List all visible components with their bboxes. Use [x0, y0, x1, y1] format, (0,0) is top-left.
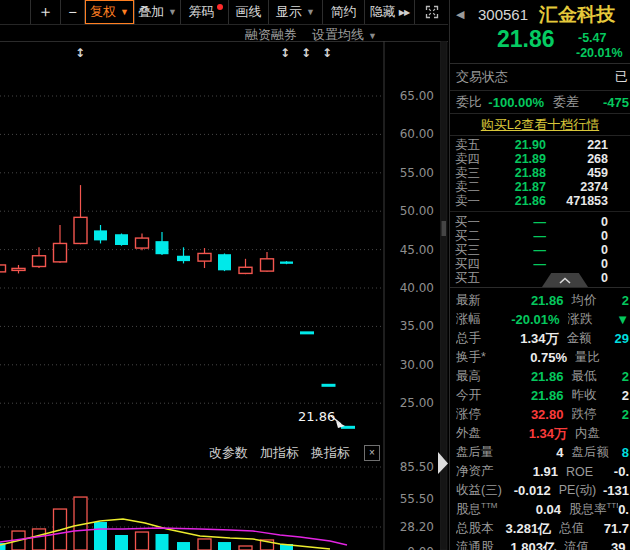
- bid-levels-wrap: 买一—0买二—0买三—0买四—0买五0: [450, 212, 630, 288]
- ask-label: 卖一: [455, 194, 485, 208]
- ask-label: 卖四: [455, 152, 485, 166]
- svg-text:85.50: 85.50: [400, 460, 434, 474]
- chips-button[interactable]: 筹码: [181, 0, 229, 24]
- stat-label: 收益(三): [456, 482, 502, 499]
- ma-settings-label: 设置均线: [312, 27, 364, 42]
- overlay-button-label: 叠加: [138, 3, 164, 21]
- stock-name: 汇金科技: [539, 2, 615, 28]
- back-chevron-icon[interactable]: ◀: [456, 8, 464, 21]
- overlay-button[interactable]: 叠加▼: [135, 0, 181, 24]
- draw-line-button[interactable]: 画线: [229, 0, 269, 24]
- svg-text:↕: ↕: [75, 46, 85, 60]
- price-change-percent: -20.01%: [576, 46, 623, 60]
- ask-volume: 2374: [546, 180, 608, 194]
- stat-label: 最新: [456, 292, 508, 309]
- chips-button-label: 筹码: [189, 3, 215, 21]
- ask-levels: 卖五21.90221卖四21.89268卖三21.88459卖二21.87237…: [450, 136, 630, 212]
- stat-label: 总手: [456, 330, 506, 347]
- quote-stats: 最新21.86均价2涨幅-20.01%涨跌▼总手1.34万金额29换手*0.75…: [450, 288, 630, 550]
- l2-promo-row: 购买L2查看十档行情: [450, 114, 630, 136]
- stat-value: 4: [508, 445, 563, 460]
- svg-text:40.00: 40.00: [400, 281, 434, 295]
- adjust-price-button[interactable]: 复权▼: [85, 0, 135, 24]
- stat-label: 跌停: [571, 406, 621, 423]
- bid-volume: 0: [546, 257, 608, 271]
- scrollbar-handle-icon[interactable]: [442, 221, 447, 236]
- ask-price: 21.87: [485, 180, 546, 194]
- trade-status-row: 交易状态 已: [450, 64, 630, 91]
- stock-code: 300561: [478, 6, 528, 23]
- simple-mode-button[interactable]: 简约: [323, 0, 365, 24]
- bid-row-1[interactable]: 买一—0: [450, 215, 630, 229]
- stat-value: 2: [622, 388, 630, 403]
- bid-row-2[interactable]: 买二—0: [450, 229, 630, 243]
- stat-label: 总值: [559, 520, 604, 537]
- stat-label: 股息率TTM: [569, 501, 618, 518]
- ask-volume: 471853: [546, 194, 608, 208]
- toolbar-buttons: ＋－复权▼叠加▼筹码画线显示▼简约隐藏▶▶: [31, 0, 415, 24]
- fullscreen-button[interactable]: [415, 0, 448, 24]
- ask-price: 21.89: [485, 152, 546, 166]
- stat-label: 外盘: [456, 425, 510, 442]
- bid-row-4[interactable]: 买四—0: [450, 257, 630, 271]
- stat-value: 21.86: [508, 388, 563, 403]
- stat-label: 涨幅: [456, 311, 506, 328]
- ask-row-2[interactable]: 卖四21.89268: [450, 152, 630, 166]
- stat-value: 0.75%: [510, 350, 567, 365]
- hide-button-label: 隐藏: [370, 3, 396, 21]
- quote-panel: ◀ 300561 汇金科技 21.86 -5.47 -20.01% 交易状态 已…: [449, 0, 630, 550]
- switch-indicator-button[interactable]: 换指标: [311, 444, 350, 462]
- bid-label: 买五: [455, 271, 485, 285]
- bid-volume: 0: [546, 243, 608, 257]
- stat-label: 最低: [571, 368, 621, 385]
- stat-label: 量比: [575, 349, 627, 366]
- chart-subbar: 融资融券 设置均线▼: [0, 25, 448, 42]
- stat-row-13: 总股本3.281亿总值71.7: [450, 519, 630, 538]
- chart-scrollbar[interactable]: [441, 41, 448, 550]
- stat-label: 涨跌: [568, 311, 617, 328]
- svg-text:28.20: 28.20: [400, 520, 434, 534]
- svg-text:↕: ↕: [301, 46, 311, 60]
- ask-row-1[interactable]: 卖五21.90221: [450, 138, 630, 152]
- zoom-out-button[interactable]: －: [61, 0, 85, 24]
- stat-value: -0.: [614, 464, 630, 479]
- kline-chart-canvas[interactable]: 65.0060.0055.0050.0045.0040.0035.0030.00…: [0, 41, 448, 550]
- stat-label: 今开: [456, 387, 508, 404]
- adjust-price-button-label: 复权: [90, 3, 116, 21]
- bid-row-5[interactable]: 买五0: [450, 271, 630, 285]
- bid-price: —: [485, 215, 546, 229]
- stat-label: 换手*: [456, 349, 510, 366]
- draw-line-button-label: 画线: [236, 3, 262, 21]
- stat-value: 29: [615, 331, 630, 346]
- quote-header: ◀ 300561 汇金科技 21.86 -5.47 -20.01%: [450, 0, 630, 64]
- ask-label: 卖三: [455, 166, 485, 180]
- display-button[interactable]: 显示▼: [269, 0, 323, 24]
- main-toolbar: ＋－复权▼叠加▼筹码画线显示▼简约隐藏▶▶: [0, 0, 448, 25]
- zoom-in-button[interactable]: ＋: [31, 0, 61, 24]
- ask-price: 21.90: [485, 138, 546, 152]
- stat-value: 1.34万: [510, 425, 567, 443]
- stat-value: 8: [622, 445, 630, 460]
- weibi-value: -100.00%: [482, 95, 544, 110]
- stat-value: 1.34万: [506, 330, 559, 348]
- ask-row-4[interactable]: 卖二21.872374: [450, 180, 630, 194]
- svg-text:0.00: 0.00: [407, 545, 434, 550]
- stat-value: 71.7: [604, 521, 630, 536]
- ask-row-5[interactable]: 卖一21.86471853: [450, 194, 630, 208]
- stat-label: 盘后额: [571, 444, 621, 461]
- change-params-button[interactable]: 改参数: [209, 444, 248, 462]
- stat-value: 1.91: [506, 464, 558, 479]
- hide-button[interactable]: 隐藏▶▶: [365, 0, 415, 24]
- weicha-label: 委差: [553, 93, 579, 111]
- fast-forward-icon: ▶▶: [399, 8, 409, 17]
- stat-label: 最高: [456, 368, 508, 385]
- chevron-down-icon: ▼: [368, 31, 377, 41]
- add-indicator-button[interactable]: 加指标: [260, 444, 299, 462]
- bid-row-3[interactable]: 买三—0: [450, 243, 630, 257]
- stat-label: 净资产: [456, 463, 506, 480]
- close-indicator-icon[interactable]: ×: [364, 445, 380, 461]
- stat-row-12: 股息TTM0.04股息率TTM0.: [450, 500, 630, 519]
- svg-text:50.00: 50.00: [400, 204, 434, 218]
- ask-row-3[interactable]: 卖三21.88459: [450, 166, 630, 180]
- buy-l2-link[interactable]: 购买L2查看十档行情: [481, 117, 599, 132]
